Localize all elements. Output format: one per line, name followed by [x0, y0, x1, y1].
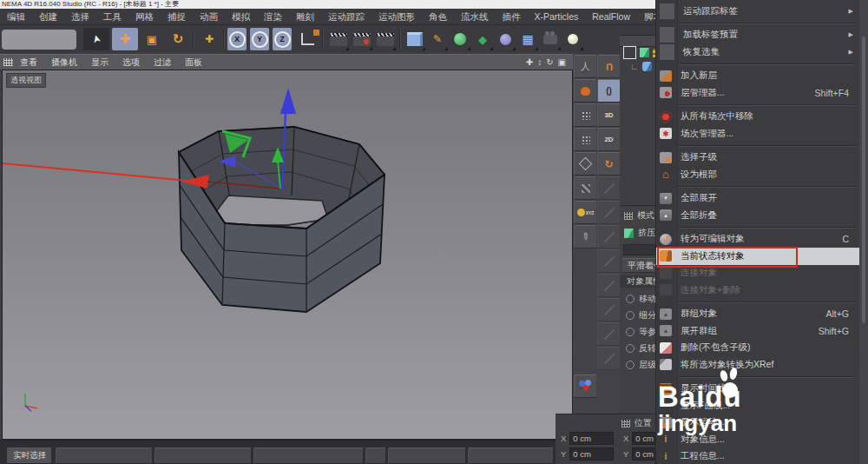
menu-plugins[interactable]: 插件: [496, 9, 528, 24]
menu-item-unfold-all[interactable]: ▾ 全部展开: [656, 190, 859, 208]
menu-item-current-state-to-object[interactable]: 当前状态转对象: [656, 248, 859, 265]
object-row-spline[interactable]: ∟: [630, 62, 652, 71]
status-box-2[interactable]: [155, 447, 252, 464]
menu-item-project-information[interactable]: i 工程信息...: [656, 448, 859, 464]
add-spline-button[interactable]: ✎: [427, 28, 448, 50]
convert-to-editable-button[interactable]: 人: [574, 55, 597, 78]
status-box-3[interactable]: [253, 447, 364, 464]
rotate-view-icon[interactable]: ↻: [546, 56, 553, 70]
menu-mograph[interactable]: 运动图形: [372, 9, 422, 24]
menu-item-take-manager[interactable]: ✱ 场次管理器...: [656, 125, 859, 143]
lock-y-button[interactable]: Y: [250, 28, 269, 50]
object-row-extrude[interactable]: [623, 46, 657, 59]
render-settings-button[interactable]: [351, 28, 372, 50]
anim-dot-icon[interactable]: [626, 311, 635, 320]
menu-tools[interactable]: 工具: [96, 9, 128, 24]
object-manager-scrollbar[interactable]: [859, 0, 868, 464]
menu-render[interactable]: 渲染: [257, 9, 289, 24]
workplane-button[interactable]: ✎: [574, 225, 597, 249]
quantize-button[interactable]: ↻: [597, 152, 621, 176]
menu-item-expand-group[interactable]: ▲ 展开群组 Shift+G: [656, 322, 859, 340]
menu-create[interactable]: 创建: [32, 9, 64, 24]
viewport-grid-icon[interactable]: [3, 58, 13, 66]
menu-item-motion-tracker-tags[interactable]: 运动跟踪标签▶: [656, 3, 859, 20]
menu-xparticles[interactable]: X-Particles: [528, 9, 586, 24]
panel-grid-icon[interactable]: [621, 420, 630, 428]
status-box-5[interactable]: [388, 447, 466, 464]
lock-x-button[interactable]: X: [227, 28, 247, 50]
live-selection-button[interactable]: ➤: [83, 28, 109, 50]
attribute-mode-menu[interactable]: 模式: [637, 209, 654, 222]
model-mode-button[interactable]: [574, 79, 597, 103]
add-camera-button[interactable]: [540, 28, 561, 50]
menu-item-show-fcurves[interactable]: ~ 显示F曲线...: [656, 397, 859, 414]
menu-select[interactable]: 选择: [64, 9, 96, 24]
menu-pipeline[interactable]: 流水线: [454, 9, 496, 24]
snap-2d-button[interactable]: 2D: [597, 128, 621, 151]
menu-snap[interactable]: 捕捉: [161, 9, 193, 24]
add-environment-button[interactable]: ▦: [517, 28, 538, 50]
menu-mesh[interactable]: 网格: [128, 9, 161, 24]
menu-item-make-editable[interactable]: ↺ 转为可编辑对象 C: [656, 231, 859, 249]
vp-menu-cameras[interactable]: 摄像机: [44, 56, 84, 69]
viewport-solo-button[interactable]: [574, 375, 597, 398]
menu-animate[interactable]: 动画: [193, 9, 225, 24]
zoom-view-icon[interactable]: ↕: [537, 56, 542, 70]
guide-tool-7[interactable]: [597, 322, 621, 346]
menu-motion-tracker[interactable]: 运动跟踪: [321, 9, 372, 24]
add-generator-button[interactable]: [450, 28, 470, 50]
points-mode-button[interactable]: [574, 103, 597, 127]
vp-menu-display[interactable]: 显示: [84, 56, 115, 69]
guide-tool-5[interactable]: [597, 274, 621, 297]
add-light-button[interactable]: [562, 28, 583, 50]
viewport-label[interactable]: 透视视图: [6, 73, 46, 88]
status-box-1[interactable]: [56, 447, 153, 464]
guide-tool-4[interactable]: [597, 249, 621, 273]
menu-item-fold-all[interactable]: ▴ 全部折叠: [656, 207, 859, 224]
vp-menu-filter[interactable]: 过滤: [147, 56, 178, 69]
pan-view-icon[interactable]: ✚: [526, 56, 533, 70]
guide-tool-3[interactable]: [597, 225, 621, 249]
menu-item-show-timeline[interactable]: 显示时间线...: [656, 381, 859, 398]
snap-3d-button[interactable]: 3D: [597, 103, 621, 127]
guide-tool-2[interactable]: [597, 201, 621, 224]
menu-item-convert-to-xref[interactable]: 将所选对象转换为XRef: [656, 356, 859, 374]
edges-mode-button[interactable]: [574, 128, 597, 151]
guide-tool-1[interactable]: [597, 176, 621, 200]
guide-tool-6[interactable]: [597, 298, 621, 321]
menu-simulate[interactable]: 模拟: [225, 9, 257, 24]
guide-tool-8[interactable]: [597, 347, 621, 370]
menu-item-delete-without-children[interactable]: 删除(不包含子级): [656, 340, 859, 357]
vp-menu-panel[interactable]: 面板: [178, 56, 209, 69]
enable-snap-button[interactable]: (): [597, 79, 621, 103]
last-tool-button[interactable]: ✚: [198, 28, 220, 50]
undo-area[interactable]: [2, 30, 76, 50]
add-deformer-button[interactable]: [495, 28, 516, 50]
anim-dot-icon[interactable]: [626, 295, 635, 303]
maximize-view-icon[interactable]: ▣: [558, 56, 566, 70]
scale-tool-button[interactable]: ▣: [140, 28, 164, 50]
viewport-canvas[interactable]: 透视视图: [2, 70, 573, 440]
menu-item-show-motion[interactable]: 显示运动...: [656, 414, 859, 432]
anim-dot-icon[interactable]: [626, 344, 635, 353]
add-effector-button[interactable]: ◆: [472, 28, 493, 50]
menu-item-object-information[interactable]: i 对象信息...: [656, 431, 859, 448]
add-primitive-button[interactable]: [404, 28, 425, 50]
menu-item-remove-from-all-takes[interactable]: 从所有场次中移除: [656, 109, 859, 126]
panel-grid-icon[interactable]: [624, 212, 633, 220]
vp-menu-view[interactable]: 查看: [13, 56, 44, 69]
axis-mode-button[interactable]: XYZ: [574, 201, 597, 224]
status-box-6[interactable]: [468, 447, 554, 464]
menu-item-load-tag-preset[interactable]: 加载标签预置▶: [656, 27, 859, 44]
lock-z-button[interactable]: Z: [273, 28, 292, 50]
position-x-field[interactable]: X 0 cm: [561, 432, 614, 445]
render-queue-button[interactable]: [374, 28, 396, 50]
texture-mode-button[interactable]: [574, 176, 597, 200]
snap-toggle-button[interactable]: U: [597, 55, 621, 78]
vp-menu-options[interactable]: 选项: [115, 56, 147, 69]
rotate-tool-button[interactable]: ↻: [166, 28, 190, 50]
menu-item-select-children[interactable]: 选择子级: [656, 149, 859, 167]
menu-item-group-objects[interactable]: ▲ 群组对象 Alt+G: [656, 306, 859, 323]
menu-character[interactable]: 角色: [422, 9, 454, 24]
menu-item-set-as-root[interactable]: ⌂ 设为根部: [656, 166, 859, 183]
